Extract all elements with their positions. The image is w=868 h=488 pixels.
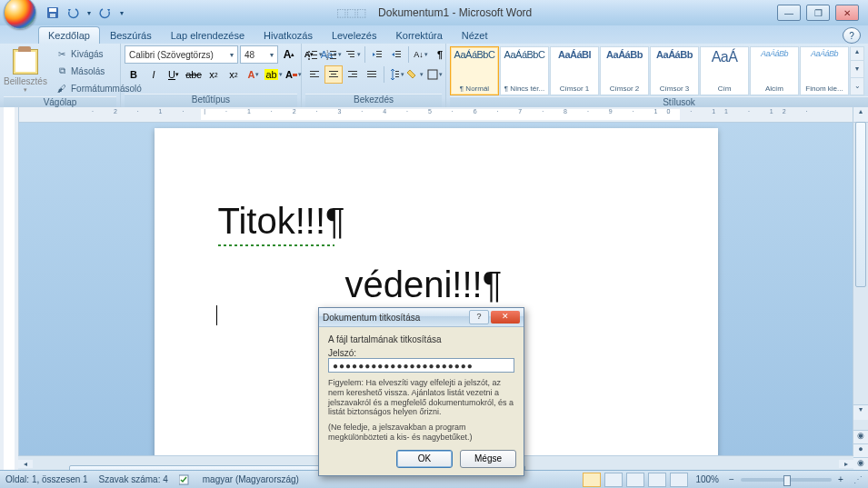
borders-button[interactable] xyxy=(425,65,444,84)
undo-dropdown-icon[interactable]: ▾ xyxy=(84,4,95,22)
view-full-screen[interactable] xyxy=(604,473,623,487)
dialog-title: Dokumentum titkosítása xyxy=(323,313,469,323)
tab-page-layout[interactable]: Lap elrendezése xyxy=(162,27,254,44)
view-print-layout[interactable] xyxy=(583,473,601,487)
minimize-button[interactable]: — xyxy=(777,5,801,21)
scroll-thumb[interactable] xyxy=(855,122,866,287)
text-effects-button[interactable]: A xyxy=(244,65,263,84)
svg-rect-20 xyxy=(376,56,382,57)
zoom-level[interactable]: 100% xyxy=(695,474,719,484)
view-web[interactable] xyxy=(626,473,644,487)
view-draft[interactable] xyxy=(670,473,688,487)
indent-inc-button[interactable] xyxy=(387,45,405,64)
svg-rect-37 xyxy=(395,74,399,75)
copy-icon: ⧉ xyxy=(56,65,67,76)
superscript-button[interactable]: x2 xyxy=(224,65,243,84)
justify-button[interactable] xyxy=(363,65,381,84)
resize-grip-icon[interactable]: ⋰ xyxy=(853,474,863,484)
password-input[interactable]: ●●●●●●●●●●●●●●●●●●●●●● xyxy=(328,358,514,373)
dialog-close-button[interactable]: ✕ xyxy=(491,311,520,324)
svg-rect-36 xyxy=(395,71,399,72)
numbering-button[interactable]: 123 xyxy=(324,45,343,64)
gallery-down-icon[interactable]: ▾ xyxy=(851,65,863,78)
status-proof-icon[interactable] xyxy=(179,474,192,485)
bullets-button[interactable] xyxy=(305,45,324,64)
italic-button[interactable]: I xyxy=(145,65,163,84)
vertical-scrollbar[interactable]: ▴ ▾ ◉ ● ◉ xyxy=(853,107,868,471)
style-heading2[interactable]: AaÁáBbCímsor 2 xyxy=(600,46,649,95)
style-title[interactable]: AaÁCím xyxy=(700,46,749,95)
indent-dec-button[interactable] xyxy=(368,45,386,64)
sort-button[interactable]: A↓ xyxy=(412,45,430,64)
scroll-down-icon[interactable]: ▾ xyxy=(853,404,868,420)
align-center-button[interactable] xyxy=(324,65,343,84)
group-font-label: Betűtípus xyxy=(125,94,297,107)
style-heading3[interactable]: AaÁáBbCímsor 3 xyxy=(650,46,699,95)
svg-rect-2 xyxy=(50,14,55,17)
align-left-button[interactable] xyxy=(305,65,324,84)
svg-rect-26 xyxy=(310,76,319,77)
scroll-right-icon[interactable]: ▸ xyxy=(839,460,853,468)
status-language[interactable]: magyar (Magyarország) xyxy=(203,474,299,484)
group-styles-label: Stílusok xyxy=(450,96,868,107)
restore-button[interactable]: ❐ xyxy=(806,5,830,21)
paste-button[interactable]: Beillesztés ▾ xyxy=(4,46,47,96)
styles-gallery[interactable]: AaÁáBbC¶ Normál AaÁáBbC¶ Nincs tér... Aa… xyxy=(450,46,864,95)
svg-rect-25 xyxy=(310,74,315,75)
scroll-up-icon[interactable]: ▴ xyxy=(853,107,868,123)
bold-button[interactable]: B xyxy=(125,65,143,84)
doc-line-2[interactable]: védeni!!!¶ xyxy=(345,264,503,305)
underline-button[interactable]: U▾ xyxy=(165,65,183,84)
tab-mailings[interactable]: Levelezés xyxy=(323,27,386,44)
style-subtle-emph[interactable]: AaÁáBbFinom kie... xyxy=(800,46,849,95)
gallery-up-icon[interactable]: ▴ xyxy=(851,47,863,61)
encrypt-dialog: Dokumentum titkosítása ? ✕ A fájl tartal… xyxy=(318,307,524,476)
undo-icon[interactable] xyxy=(64,4,82,22)
save-icon[interactable] xyxy=(44,4,62,22)
close-button[interactable]: ✕ xyxy=(835,5,859,21)
doc-line-1[interactable]: Titok!!!¶ xyxy=(218,201,345,242)
qat-customize-icon[interactable]: ▾ xyxy=(116,4,127,22)
cancel-button[interactable]: Mégse xyxy=(460,450,516,468)
style-subtitle[interactable]: AaÁáBbAlcím xyxy=(750,46,799,95)
tab-home[interactable]: Kezdőlap xyxy=(38,26,100,44)
subscript-button[interactable]: x2 xyxy=(205,65,223,84)
tab-view[interactable]: Nézet xyxy=(453,27,497,44)
dialog-help-button[interactable]: ? xyxy=(469,310,489,324)
grow-font-button[interactable]: A▴ xyxy=(280,45,298,64)
strike-button[interactable]: abc xyxy=(185,65,203,84)
highlight-button[interactable]: ab xyxy=(264,65,283,84)
status-words[interactable]: Szavak száma: 4 xyxy=(99,474,168,484)
gallery-more-icon[interactable]: ⌄ xyxy=(851,82,863,95)
tab-review[interactable]: Korrektúra xyxy=(386,27,451,44)
tab-insert[interactable]: Beszúrás xyxy=(101,27,161,44)
shading-button[interactable] xyxy=(406,65,424,84)
dialog-titlebar[interactable]: Dokumentum titkosítása ? ✕ xyxy=(319,308,524,327)
dialog-warning-1: Figyelem: Ha elveszíti vagy elfelejti a … xyxy=(328,378,514,417)
browse-object-icon[interactable]: ● xyxy=(853,443,868,457)
office-button[interactable] xyxy=(4,0,36,29)
style-no-spacing[interactable]: AaÁáBbC¶ Nincs tér... xyxy=(500,46,549,95)
view-outline[interactable] xyxy=(648,473,666,487)
zoom-out-button[interactable]: − xyxy=(726,474,737,484)
help-button[interactable]: ? xyxy=(843,27,861,44)
zoom-slider[interactable] xyxy=(741,478,832,482)
font-size-combo[interactable]: 48▾ xyxy=(240,45,278,64)
style-heading1[interactable]: AaÁáBlCímsor 1 xyxy=(550,46,599,95)
dialog-warning-2: (Ne feledje, a jelszavakban a program me… xyxy=(328,423,514,443)
font-color-button[interactable]: A xyxy=(284,65,303,84)
status-page[interactable]: Oldal: 1, összesen 1 xyxy=(5,474,88,484)
prev-page-icon[interactable]: ◉ xyxy=(853,430,868,443)
redo-icon[interactable] xyxy=(96,4,115,22)
ok-button[interactable]: OK xyxy=(396,450,453,468)
tab-references[interactable]: Hivatkozás xyxy=(254,27,322,44)
align-right-button[interactable] xyxy=(344,65,362,84)
style-normal[interactable]: AaÁáBbC¶ Normál xyxy=(450,46,499,95)
scroll-left-icon[interactable]: ◂ xyxy=(18,460,33,468)
next-page-icon[interactable]: ◉ xyxy=(853,457,868,471)
font-name-combo[interactable]: Calibri (Szövegtörzs)▾ xyxy=(125,45,238,64)
line-spacing-button[interactable] xyxy=(387,65,405,84)
styles-gallery-nav[interactable]: ▴ ▾ ⌄ xyxy=(850,46,864,95)
zoom-in-button[interactable]: + xyxy=(835,474,846,484)
multilevel-button[interactable] xyxy=(344,45,362,64)
